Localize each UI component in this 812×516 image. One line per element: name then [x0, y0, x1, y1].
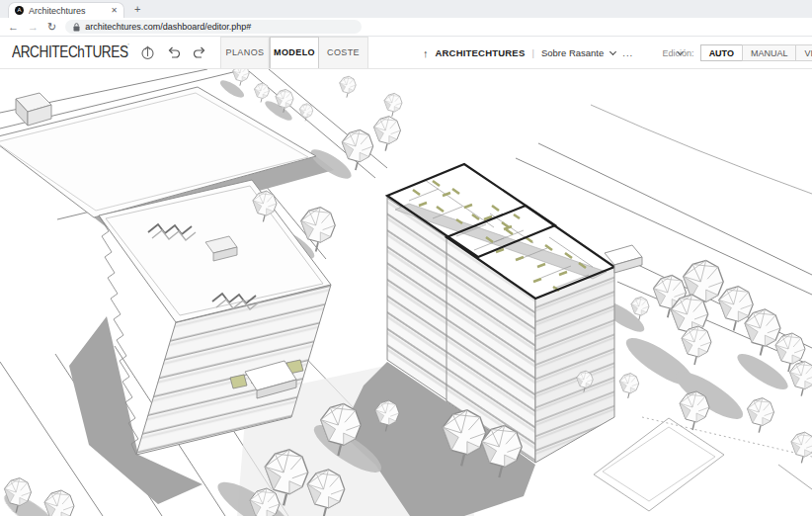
project-group: ↑ ARCHITECHTURES | Sobre Rasante ... — [423, 37, 683, 69]
tab-modelo[interactable]: MODELO — [270, 37, 319, 69]
app-toolbar: ARCHITEChTURES' PLANOS MODELO COSTE ↑ AR… — [0, 37, 812, 69]
logo-text: ARCHITEC — [12, 43, 77, 61]
tab-coste[interactable]: COSTE — [319, 37, 368, 69]
logo-text-2: TURES — [85, 43, 128, 61]
architechtures-logo: ARCHITEChTURES' — [12, 43, 113, 62]
tab-planos[interactable]: PLANOS — [220, 37, 270, 69]
scene-svg — [0, 69, 812, 516]
edition-manual-button[interactable]: MANUAL — [742, 44, 797, 61]
3d-viewport[interactable] — [0, 69, 812, 516]
truncated-label: ... — [622, 47, 633, 58]
browser-tab-bar: A Architechtures ✕ + — [0, 0, 812, 18]
url-text: architechtures.com/dashboard/editor.php# — [85, 22, 251, 32]
chevron-down-icon[interactable] — [609, 47, 616, 54]
back-button[interactable]: ← — [8, 22, 19, 33]
reload-button[interactable]: ↻ — [47, 22, 56, 33]
browser-tab[interactable]: A Architechtures ✕ — [8, 2, 124, 18]
new-tab-button[interactable]: + — [134, 3, 140, 18]
undo-icon[interactable] — [167, 46, 181, 59]
padlock-icon — [73, 23, 80, 32]
project-name[interactable]: ARCHITECHTURES — [436, 47, 526, 58]
publish-icon[interactable] — [140, 45, 155, 60]
edition-label: Edición: — [663, 48, 694, 58]
divider: | — [531, 47, 533, 58]
tab-title: Architechtures — [29, 6, 106, 16]
up-arrow-icon[interactable]: ↑ — [423, 47, 429, 59]
redo-icon[interactable] — [193, 46, 206, 59]
edition-vis-button[interactable]: VIS — [795, 44, 812, 61]
edition-auto-button[interactable]: AUTO — [700, 44, 743, 61]
logo-text-h: h — [77, 43, 84, 61]
tab-close-icon[interactable]: ✕ — [111, 6, 118, 15]
forward-button[interactable]: → — [28, 22, 39, 33]
url-field[interactable]: architechtures.com/dashboard/editor.php# — [65, 20, 362, 34]
view-tabs: PLANOS MODELO COSTE — [220, 37, 368, 69]
edition-group: Edición: AUTO MANUAL VIS — [663, 37, 812, 69]
architechtures-favicon-icon: A — [15, 6, 24, 15]
logo-mark: ' — [128, 43, 129, 49]
browser-address-bar: ← → ↻ architechtures.com/dashboard/edito… — [0, 18, 812, 37]
level-selector[interactable]: Sobre Rasante — [541, 47, 604, 58]
